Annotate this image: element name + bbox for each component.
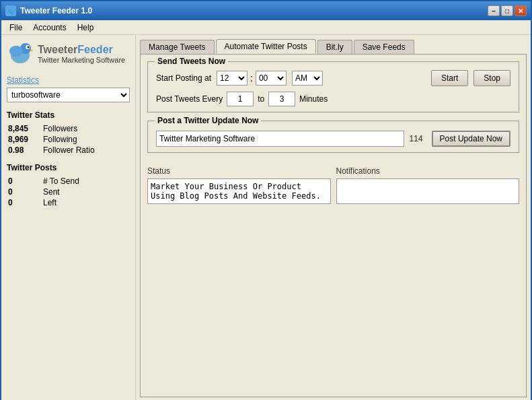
action-buttons: Start Stop [431,70,510,86]
notifications-panel: Notifications [336,166,520,204]
stat-row-ratio: 0.98 Follower Ratio [8,145,128,155]
start-posting-label: Start Posting at [156,73,211,83]
post-label-left: Left [43,198,128,207]
brand-feeder: Feeder [77,44,112,55]
stat-value-followers: 8,845 [8,124,42,133]
notifications-textarea[interactable] [336,178,520,204]
tab-content-automate: Send Tweets Now Start Posting at 12 : 00… [140,54,527,397]
post-every-row: Post Tweets Every to Minutes [156,92,510,106]
start-button[interactable]: Start [431,70,468,86]
stat-label-ratio: Follower Ratio [43,145,128,155]
minute-select[interactable]: 00 [256,71,287,86]
menu-accounts[interactable]: Accounts [28,22,71,34]
twitter-stats-title: Twitter Stats [7,110,130,120]
stop-button[interactable]: Stop [473,70,510,86]
twitter-posts-title: Twitter Posts [7,163,130,172]
main-panel: Manage Tweets Automate Twitter Posts Bit… [136,35,531,400]
status-title: Status [147,166,331,176]
post-update-section: Post a Twitter Update Now 114 Post Updat… [147,121,519,153]
hour-select[interactable]: 12 [217,71,248,86]
minimize-button[interactable]: – [488,5,500,16]
post-value-sent: 0 [8,187,42,197]
post-value-tosend: 0 [8,176,42,186]
stat-row-following: 8,969 Following [8,135,128,144]
stat-label-following: Following [43,135,128,144]
menu-file[interactable]: File [4,22,28,34]
post-update-row: 114 Post Update Now [156,131,510,147]
ampm-select[interactable]: AM PM [292,71,323,86]
minutes-label: Minutes [299,94,328,104]
tab-bitly[interactable]: Bit.ly [317,40,352,54]
close-button[interactable]: ✕ [515,5,527,16]
svg-point-4 [28,46,30,48]
post-value-left: 0 [8,198,42,207]
colon-separator: : [250,73,253,84]
send-tweets-title: Send Tweets Now [155,57,228,66]
tweet-input[interactable] [156,131,404,147]
send-tweets-section: Send Tweets Now Start Posting at 12 : 00… [147,61,519,112]
title-bar: 🐦 Tweeter Feeder 1.0 – □ ✕ [1,1,531,20]
tab-automate-twitter-posts[interactable]: Automate Twitter Posts [216,39,316,54]
bird-logo-icon [7,40,34,67]
svg-marker-5 [30,49,34,51]
post-every-from-input[interactable] [227,92,254,106]
to-label: to [258,94,264,104]
sidebar-logo: TweeterFeeder Twitter Marketing Software [7,40,130,67]
post-row-sent: 0 Sent [8,187,128,197]
menu-bar: File Accounts Help [1,20,531,35]
stat-label-followers: Followers [43,124,128,133]
post-every-to-input[interactable] [268,92,295,106]
post-update-title: Post a Twitter Update Now [155,116,261,125]
twitter-stats-table: 8,845 Followers 8,969 Following 0.98 Fol… [7,123,130,156]
notifications-title: Notifications [336,166,520,176]
stat-row-followers: 8,845 Followers [8,124,128,133]
brand-tagline: Twitter Marketing Software [38,56,125,64]
sidebar: TweeterFeeder Twitter Marketing Software… [1,35,136,400]
post-row-left: 0 Left [8,198,128,207]
stat-value-ratio: 0.98 [8,145,42,155]
brand-tweeter: Tweeter [38,44,77,55]
menu-help[interactable]: Help [72,22,100,34]
bottom-panels: Status Notifications [147,166,519,204]
post-label-tosend: # To Send [43,176,128,186]
stat-value-following: 8,969 [8,135,42,144]
logo-text: TweeterFeeder Twitter Marketing Software [38,44,125,64]
twitter-posts-table: 0 # To Send 0 Sent 0 Left [7,175,130,209]
tab-save-feeds[interactable]: Save Feeds [354,40,414,54]
app-icon: 🐦 [5,5,16,16]
post-update-button[interactable]: Post Update Now [432,131,510,147]
post-label-sent: Sent [43,187,128,197]
statistics-link[interactable]: Statistics [7,75,130,85]
post-row-tosend: 0 # To Send [8,176,128,186]
account-dropdown[interactable]: turbosoftware [7,88,130,102]
tab-manage-tweets[interactable]: Manage Tweets [140,40,215,54]
status-panel: Status [147,166,331,204]
window-controls: – □ ✕ [488,5,527,16]
status-textarea[interactable] [147,178,331,204]
window-title: Tweeter Feeder 1.0 [20,6,488,15]
start-posting-row: Start Posting at 12 : 00 AM PM [156,70,510,86]
tabs-bar: Manage Tweets Automate Twitter Posts Bit… [140,39,527,54]
post-every-label: Post Tweets Every [156,94,223,104]
svg-point-2 [9,46,23,57]
char-count: 114 [410,134,426,143]
maximize-button[interactable]: □ [501,5,513,16]
